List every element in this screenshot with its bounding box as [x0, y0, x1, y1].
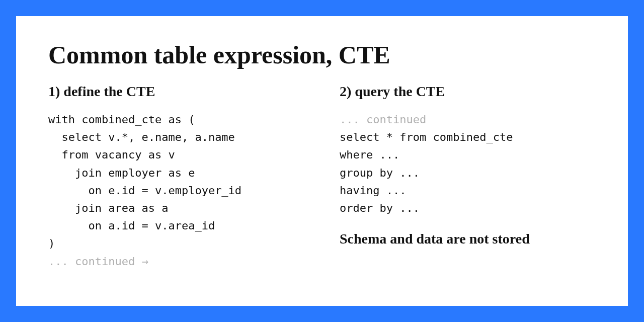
right-code: ... continued select * from combined_cte… [340, 111, 596, 217]
continued-marker: ... continued [340, 113, 426, 126]
slide-card: Common table expression, CTE 1) define t… [16, 16, 628, 306]
code-line: on e.id = v.employer_id [48, 184, 242, 197]
code-line: where ... [340, 148, 399, 161]
right-heading: 2) query the CTE [340, 84, 596, 100]
code-line: with combined_cte as ( [48, 113, 195, 126]
left-code: with combined_cte as ( select v.*, e.nam… [48, 111, 304, 270]
columns: 1) define the CTE with combined_cte as (… [48, 84, 596, 270]
left-column: 1) define the CTE with combined_cte as (… [48, 84, 304, 270]
code-line: on a.id = v.area_id [48, 219, 215, 232]
code-line: from vacancy as v [48, 148, 175, 161]
code-line: having ... [340, 184, 406, 197]
right-column: 2) query the CTE ... continued select * … [340, 84, 596, 270]
left-heading: 1) define the CTE [48, 84, 304, 100]
code-line: order by ... [340, 202, 420, 214]
code-line: group by ... [340, 167, 420, 179]
code-line: join area as a [48, 202, 168, 214]
code-line: select v.*, e.name, a.name [48, 131, 235, 143]
right-note: Schema and data are not stored [340, 231, 596, 247]
code-line: select * from combined_cte [340, 131, 513, 143]
code-line: join employer as e [48, 167, 195, 179]
slide-title: Common table expression, CTE [48, 40, 596, 69]
continued-marker: ... continued → [48, 255, 148, 268]
code-line: ) [48, 237, 55, 250]
